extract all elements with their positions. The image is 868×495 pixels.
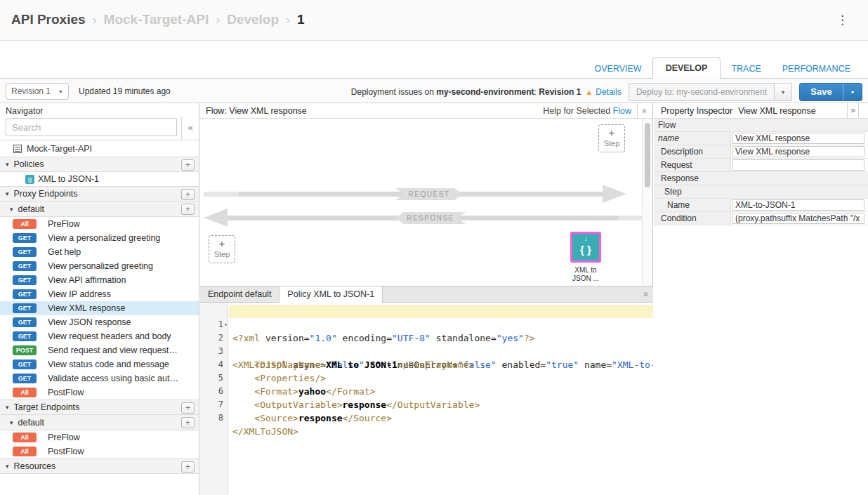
navigator-title: Navigator [6,106,44,116]
method-badge: POST [13,345,37,355]
flow-description-input[interactable]: View XML response [732,146,864,157]
tree-item-flow[interactable]: GET Get help [0,245,199,259]
tree-item-flow[interactable]: GET Validate access using basic aut… [0,371,199,385]
tree-item-policy[interactable]: {} XML to JSON-1 [0,172,199,186]
tree-item-flow-selected[interactable]: GET View XML response [0,301,199,315]
tree-item-flow[interactable]: GET View request headers and body [0,329,199,343]
inspector-section-step: Step [654,185,868,199]
tree-item-label: PostFlow [48,388,84,397]
method-badge: All [13,219,37,229]
page-header: API Proxies›Mock-Target-API›Develop›1 ⋮ [0,0,868,41]
method-badge: GET [13,289,37,299]
deployment-revision: Revision 1 [539,87,581,97]
caret-down-icon[interactable]: ▾ [6,463,9,470]
line-number: 8 [200,411,223,425]
editor-tab-policy-xml-to-json[interactable]: Policy XML to JSON-1 [280,286,383,303]
code-line: 8 </XMLToJSON> [200,398,653,411]
tree-item-flow[interactable]: All PostFlow [0,385,199,400]
property-inspector-title: Property Inspector [661,106,732,116]
inspector-label: Description [654,145,731,158]
tab-overview[interactable]: OVERVIEW [584,58,652,79]
tab-trace[interactable]: TRACE [721,58,771,79]
tree-section-policies[interactable]: ▾ Policies + [0,157,199,172]
code-area[interactable]: 1 <?xml version="1.0" encoding="UTF-8" s… [200,303,653,495]
tree-section-proxy-endpoints[interactable]: ▾ Proxy Endpoints + [0,186,199,202]
collapse-panel-icon[interactable]: « [181,117,199,140]
tree-subsection-default[interactable]: ▾ default + [0,415,199,430]
flow-name-input[interactable]: View XML response [732,133,864,144]
revision-select[interactable]: Revision 1 ▼ [6,83,69,100]
xml-to-json-policy-node[interactable]: ↓ { } [570,232,601,263]
tree-section-label: Proxy Endpoints [14,189,78,199]
inspector-row-step-name: Name XML-to-JSON-1 [654,199,868,212]
search-input[interactable] [6,118,177,136]
add-flow-button[interactable]: + [181,417,195,428]
code-line: 2 ▾ <XMLToJSON async="false" continueOnE… [200,318,653,331]
help-flow-link[interactable]: Flow [613,106,631,116]
flow-request-input[interactable] [732,159,864,171]
tab-performance[interactable]: PERFORMANCE [772,58,861,79]
add-proxy-endpoint-button[interactable]: + [181,189,195,200]
deployment-issues-text: Deployment issues on [351,87,434,97]
caret-down-icon[interactable]: ▾ [6,161,9,168]
breadcrumb-api-proxies[interactable]: API Proxies [11,12,86,27]
collapse-flow-panel-button[interactable]: « [637,103,652,119]
caret-down-icon[interactable]: ▾ [10,206,13,213]
add-step-button-request[interactable]: + Step [209,235,235,263]
tree-item-flow[interactable]: POST Send request and view request… [0,343,199,357]
tree-section-resources[interactable]: ▾ Resources + [0,458,199,474]
tree-item-flow[interactable]: GET View API affirmation [0,273,199,287]
save-button[interactable]: Save [799,83,843,101]
step-condition-input[interactable]: (proxy.pathsuffix MatchesPath "/x [732,213,864,224]
step-name-input[interactable]: XML-to-JSON-1 [732,199,864,211]
add-resource-button[interactable]: + [181,461,195,473]
method-badge: GET [13,261,37,271]
deploy-select-arrow[interactable]: ▼ [775,83,792,101]
fold-caret-icon[interactable]: ▾ [224,318,228,331]
tab-develop[interactable]: DEVELOP [652,57,721,79]
chevrons-up-icon: « [638,109,653,114]
tree-section-target-endpoints[interactable]: ▾ Target Endpoints + [0,400,199,415]
tab-strip: OVERVIEW DEVELOP TRACE PERFORMANCE [0,41,868,78]
chevrons-down-icon[interactable]: » [639,292,655,297]
add-step-button-response[interactable]: + Step [598,124,625,152]
breadcrumb-proxy-name[interactable]: Mock-Target-API [104,12,209,27]
tree-item-flow[interactable]: All PreFlow [0,430,199,444]
tree-item-flow[interactable]: GET View a personalized greeting [0,231,199,245]
caret-down-icon[interactable]: ▾ [6,190,9,197]
property-inspector-panel: Property InspectorView XML response » Fl… [654,103,868,495]
add-target-endpoint-button[interactable]: + [181,402,195,414]
caret-down-icon[interactable]: ▾ [6,404,9,411]
breadcrumb-develop[interactable]: Develop [227,12,279,27]
caret-down-icon[interactable]: ▾ [10,419,13,426]
tree-item-flow[interactable]: GET View status code and message [0,357,199,371]
updated-timestamp: Updated 19 minutes ago [79,86,171,96]
details-link[interactable]: Details [596,87,622,97]
inspector-section-flow: Flow [654,119,868,132]
tree-item-proxy-root[interactable]: Mock-Target-API [0,140,199,157]
deploy-select[interactable]: Deploy to: my-second-environment ▼ [629,83,792,101]
tree-item-label: XML to JSON-1 [38,174,99,184]
add-flow-button[interactable]: + [181,204,195,215]
tree-item-flow[interactable]: All PreFlow [0,217,199,231]
breadcrumb-separator: › [86,13,104,27]
tree-item-flow[interactable]: GET View personalized greeting [0,259,199,273]
flow-panel: Flow: View XML response Help for Selecte… [200,103,653,495]
tree-item-label: PreFlow [48,433,80,442]
inspector-label: Name [654,199,731,211]
editor-tab-endpoint-default[interactable]: Endpoint default [200,286,280,302]
request-label: REQUEST [395,188,463,200]
save-dropdown-arrow[interactable]: ▼ [843,83,862,101]
add-policy-button[interactable]: + [181,159,195,171]
kebab-menu-icon[interactable]: ⋮ [836,13,848,28]
flow-scrollbar-thumb[interactable] [645,123,650,187]
tree-item-label: View IP address [48,289,111,299]
tree-item-flow[interactable]: GET View IP address [0,287,199,301]
expand-panel-icon[interactable]: » [847,103,859,119]
method-badge: GET [13,317,37,327]
tree-item-flow[interactable]: All PostFlow [0,444,199,458]
tree-item-flow[interactable]: GET View JSON response [0,315,199,329]
deployment-issues-message: Deployment issues on my-second-environme… [351,87,622,97]
tree-item-label: View status code and message [48,359,169,369]
tree-subsection-default[interactable]: ▾ default + [0,202,199,217]
